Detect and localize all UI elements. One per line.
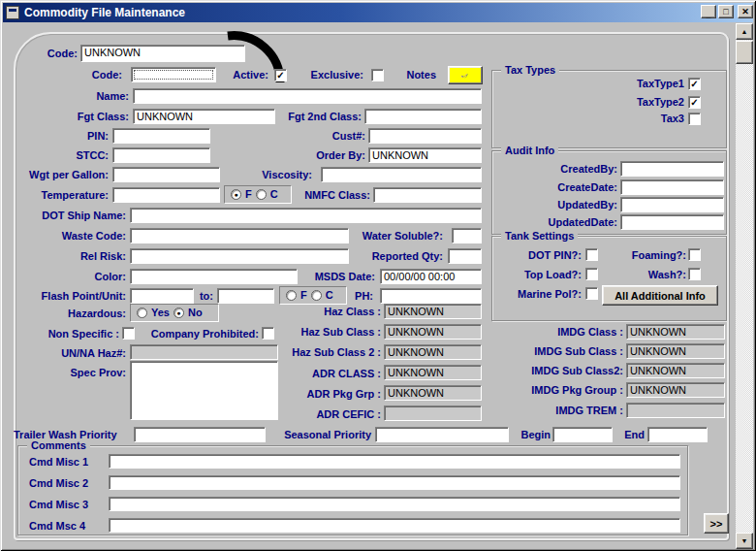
wgt-per-gallon-field[interactable] — [112, 167, 220, 182]
order-by-field[interactable]: UNKNOWN — [368, 147, 482, 163]
dot-ship-name-field[interactable] — [130, 208, 482, 223]
scrollbar-thumb[interactable] — [736, 41, 753, 64]
cmd-misc-1-field[interactable] — [109, 454, 680, 469]
ph-label: PH: — [355, 290, 373, 303]
radio-dot-icon: ● — [232, 190, 240, 199]
pin-label: PIN: — [87, 130, 109, 143]
non-specific-checkbox[interactable] — [122, 327, 135, 340]
water-soluble-field[interactable] — [452, 228, 482, 243]
pin-field[interactable] — [112, 128, 210, 144]
company-prohibited-checkbox[interactable] — [262, 327, 274, 340]
maximize-button[interactable]: □ — [718, 5, 734, 18]
begin-field[interactable] — [552, 427, 613, 442]
imdg-pkg-group-label: IMDG Pkg Group : — [531, 384, 623, 397]
marine-pol-checkbox[interactable] — [585, 287, 598, 300]
temp-c-radio[interactable] — [256, 189, 267, 200]
dot-pin-checkbox[interactable] — [585, 248, 598, 261]
exclusive-checkbox[interactable] — [371, 69, 384, 81]
created-by-field[interactable] — [620, 161, 724, 177]
taxtype1-label: TaxType1 — [637, 78, 684, 90]
adr-pkg-grp-field: UNKNOWN — [384, 385, 482, 401]
flash-f-radio[interactable] — [286, 290, 297, 301]
close-button[interactable]: ✕ — [738, 5, 753, 18]
un-na-haz-label: UN/NA Haz#: — [61, 347, 126, 360]
cmd-misc-3-label: Cmd Misc 3 — [29, 499, 88, 511]
end-label: End — [624, 429, 645, 441]
color-field[interactable] — [130, 269, 298, 284]
title-bar: Commodity File Maintenance — [3, 3, 753, 22]
window-title: Commodity File Maintenance — [24, 6, 185, 19]
notes-button[interactable]: ♪ — [448, 66, 483, 84]
stcc-label: STCC: — [76, 149, 109, 162]
stcc-field[interactable] — [112, 147, 210, 163]
tax3-checkbox[interactable] — [688, 113, 701, 125]
minimize-button[interactable]: _ — [701, 5, 716, 18]
all-additional-info-button[interactable]: All Additional Info — [602, 285, 718, 306]
fgt-2nd-class-field[interactable] — [364, 109, 482, 124]
imdg-class-field: UNKNOWN — [626, 324, 725, 340]
seasonal-priority-field[interactable] — [375, 427, 509, 442]
top-load-checkbox[interactable] — [585, 268, 598, 280]
reported-qty-field[interactable] — [448, 248, 482, 264]
updated-by-field[interactable] — [620, 197, 724, 212]
temperature-field[interactable] — [112, 187, 220, 203]
cmd-misc-2-field[interactable] — [109, 475, 680, 490]
temperature-label: Temperature: — [42, 189, 109, 202]
name-field[interactable] — [133, 88, 482, 104]
vertical-scrollbar[interactable]: ▲ ▼ — [736, 23, 753, 549]
wash-checkbox[interactable] — [688, 268, 701, 280]
viscosity-field[interactable] — [321, 167, 482, 182]
notes-label: Notes — [406, 69, 436, 81]
taxtype2-checkbox[interactable]: ✓ — [688, 96, 701, 109]
imdg-trem-label: IMDG TREM : — [555, 405, 623, 417]
cmd-msc-4-field[interactable] — [109, 518, 680, 533]
taxtype2-label: TaxType2 — [637, 96, 684, 109]
cust-field[interactable] — [368, 128, 482, 144]
tax-types-title: Tax Types — [501, 64, 559, 77]
updated-date-field[interactable] — [620, 214, 724, 230]
trailer-wash-priority-field[interactable] — [134, 427, 266, 442]
nmfc-class-field[interactable] — [373, 187, 482, 203]
imdg-class-label: IMDG Class : — [557, 326, 623, 339]
flash-point-from-field[interactable] — [130, 288, 194, 304]
code-field[interactable] — [131, 67, 216, 82]
scroll-down-button[interactable]: ▼ — [736, 533, 753, 549]
flash-point-to-field[interactable] — [217, 288, 274, 304]
header-code-field[interactable]: UNKNOWN — [80, 45, 245, 62]
fgt-class-field[interactable]: UNKNOWN — [133, 109, 275, 124]
adr-pkg-grp-label: ADR Pkg Grp : — [307, 388, 381, 401]
create-date-field[interactable] — [620, 179, 724, 195]
dot-pin-label: DOT PIN?: — [528, 249, 582, 262]
foaming-checkbox[interactable] — [688, 248, 701, 261]
spec-prov-field[interactable] — [130, 361, 278, 420]
note-icon: ♪ — [458, 69, 472, 81]
active-checkbox[interactable]: ✓ — [274, 69, 287, 81]
minimize-icon: _ — [706, 11, 710, 19]
cmd-misc-3-field[interactable] — [109, 497, 680, 511]
nmfc-class-label: NMFC Class: — [304, 189, 370, 202]
imdg-sub-class2-label: IMDG Sub Class2: — [531, 365, 623, 377]
more-button[interactable]: >> — [704, 513, 729, 534]
imdg-pkg-group-field: UNKNOWN — [626, 382, 725, 398]
msds-date-field[interactable]: 00/00/00 00:00 — [380, 269, 482, 284]
ph-field[interactable] — [380, 288, 482, 304]
commodity-file-maintenance-window: Commodity File Maintenance _ □ ✕ Code: U… — [0, 0, 756, 551]
flash-c-radio[interactable] — [311, 290, 322, 301]
created-by-label: CreatedBy: — [560, 163, 617, 176]
temp-f-radio[interactable]: ● — [231, 189, 241, 200]
waste-code-field[interactable] — [130, 228, 349, 243]
imdg-trem-field — [626, 403, 725, 418]
taxtype1-checkbox[interactable]: ✓ — [688, 78, 701, 90]
non-specific-label: Non Specific : — [48, 328, 119, 340]
rel-risk-field[interactable] — [130, 248, 349, 264]
haz-sub-class-label: Haz Sub Class : — [300, 326, 381, 339]
company-prohibited-label: Company Prohibited: — [151, 328, 259, 340]
tax3-label: Tax3 — [661, 113, 684, 125]
color-label: Color: — [95, 271, 126, 283]
hazardous-yes-radio[interactable] — [137, 308, 147, 318]
comments-title: Comments — [27, 439, 90, 452]
hazardous-no-radio[interactable]: ● — [173, 308, 184, 318]
un-na-haz-field[interactable] — [130, 344, 278, 360]
scroll-up-button[interactable]: ▲ — [736, 23, 753, 40]
end-field[interactable] — [647, 427, 708, 442]
